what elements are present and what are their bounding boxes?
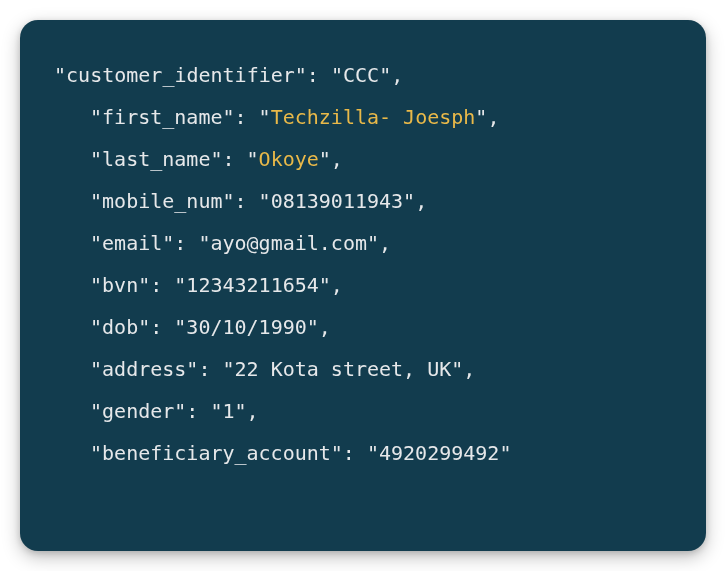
json-key: dob: [102, 315, 138, 339]
json-code-block: "customer_identifier": "CCC", "first_nam…: [20, 20, 706, 551]
json-value: 22 Kota street, UK: [235, 357, 452, 381]
json-key: email: [102, 231, 162, 255]
json-key: first_name: [102, 105, 222, 129]
json-key: mobile_num: [102, 189, 222, 213]
json-value: 30/10/1990: [186, 315, 306, 339]
json-key: last_name: [102, 147, 210, 171]
code-line: "mobile_num": "08139011943",: [54, 180, 672, 222]
code-line: "gender": "1",: [54, 390, 672, 432]
code-line: "email": "ayo@gmail.com",: [54, 222, 672, 264]
code-line: "bvn": "12343211654",: [54, 264, 672, 306]
code-line: "beneficiary_account": "4920299492": [54, 432, 672, 474]
json-key: customer_identifier: [66, 63, 295, 87]
json-value: ayo@gmail.com: [210, 231, 367, 255]
json-key: gender: [102, 399, 174, 423]
json-value: 4920299492: [379, 441, 499, 465]
json-value: 08139011943: [271, 189, 403, 213]
json-value: 12343211654: [186, 273, 318, 297]
json-value-highlighted: Techzilla- Joesph: [271, 105, 476, 129]
code-line: "customer_identifier": "CCC",: [54, 54, 672, 96]
code-line: "address": "22 Kota street, UK",: [54, 348, 672, 390]
json-key: bvn: [102, 273, 138, 297]
json-value-highlighted: Okoye: [259, 147, 319, 171]
code-line: "first_name": "Techzilla- Joesph",: [54, 96, 672, 138]
code-line: "last_name": "Okoye",: [54, 138, 672, 180]
json-key: address: [102, 357, 186, 381]
json-key: beneficiary_account: [102, 441, 331, 465]
code-line: "dob": "30/10/1990",: [54, 306, 672, 348]
json-value: CCC: [343, 63, 379, 87]
json-value: 1: [222, 399, 234, 423]
